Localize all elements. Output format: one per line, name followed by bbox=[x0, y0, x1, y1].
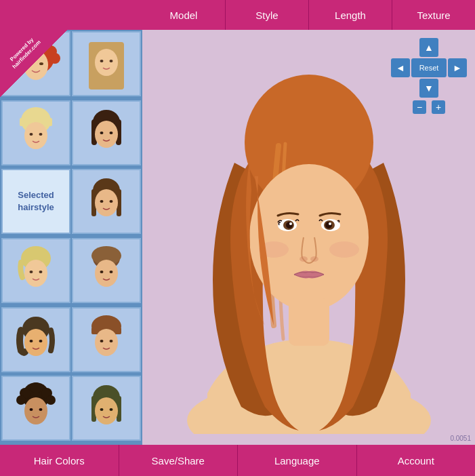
svg-point-55 bbox=[46, 395, 56, 405]
svg-point-24 bbox=[95, 121, 118, 148]
svg-point-36 bbox=[39, 271, 43, 273]
svg-point-26 bbox=[110, 132, 113, 134]
pan-left-button[interactable]: ◄ bbox=[391, 58, 410, 77]
svg-point-49 bbox=[100, 340, 104, 342]
svg-point-31 bbox=[100, 200, 104, 203]
bottom-nav: Hair Colors Save/Share Language Account bbox=[0, 445, 475, 476]
svg-point-76 bbox=[325, 222, 332, 229]
svg-point-59 bbox=[39, 408, 43, 411]
zoom-in-button[interactable]: + bbox=[432, 100, 445, 114]
svg-point-34 bbox=[24, 260, 47, 287]
hairstyle-3[interactable] bbox=[1, 100, 70, 165]
hairstyle-6[interactable] bbox=[72, 169, 141, 234]
svg-point-77 bbox=[329, 222, 331, 225]
svg-point-43 bbox=[24, 329, 47, 356]
tab-model[interactable]: Model bbox=[142, 0, 226, 30]
svg-point-35 bbox=[30, 271, 33, 273]
controls-overlay: ▲ ◄ Reset ► ▼ − + bbox=[391, 38, 467, 114]
svg-point-30 bbox=[95, 189, 118, 216]
svg-point-14 bbox=[100, 60, 104, 62]
svg-point-50 bbox=[110, 340, 113, 342]
pan-right-button[interactable]: ► bbox=[448, 58, 467, 77]
svg-point-25 bbox=[100, 132, 104, 134]
bottom-nav-hair-colors[interactable]: Hair Colors bbox=[0, 445, 119, 476]
hairstyle-2[interactable] bbox=[72, 31, 141, 96]
svg-point-48 bbox=[95, 329, 118, 356]
pan-down-button[interactable]: ▼ bbox=[419, 79, 438, 98]
svg-point-15 bbox=[110, 60, 113, 62]
bottom-nav-language[interactable]: Language bbox=[238, 445, 357, 476]
svg-point-13 bbox=[95, 49, 118, 76]
svg-point-78 bbox=[300, 256, 308, 262]
tab-length[interactable]: Length bbox=[309, 0, 392, 30]
hairstyle-8[interactable] bbox=[72, 238, 141, 303]
tab-texture[interactable]: Texture bbox=[392, 0, 475, 30]
svg-point-79 bbox=[310, 256, 318, 262]
svg-point-41 bbox=[110, 271, 113, 273]
hairstyle-12[interactable] bbox=[72, 376, 141, 441]
svg-point-19 bbox=[30, 133, 33, 136]
svg-point-63 bbox=[95, 397, 118, 424]
svg-point-20 bbox=[39, 133, 43, 136]
svg-point-32 bbox=[110, 200, 113, 203]
version-badge: 0.0051 bbox=[450, 435, 471, 442]
sidebar: Powered by hairfinder.com bbox=[0, 30, 142, 445]
tab-style[interactable]: Style bbox=[226, 0, 309, 30]
svg-point-65 bbox=[110, 408, 113, 411]
hairstyle-11[interactable] bbox=[1, 376, 70, 441]
svg-point-58 bbox=[30, 408, 33, 411]
svg-point-45 bbox=[39, 340, 43, 342]
svg-point-64 bbox=[100, 408, 104, 411]
powered-by-badge: Powered by hairfinder.com bbox=[0, 30, 68, 98]
hairstyle-selected-placeholder[interactable]: Selected hairstyle bbox=[1, 169, 70, 234]
svg-point-18 bbox=[24, 122, 47, 149]
selected-hairstyle-label: Selected hairstyle bbox=[3, 189, 69, 214]
hairstyle-10[interactable] bbox=[72, 307, 141, 372]
bottom-nav-save-share[interactable]: Save/Share bbox=[119, 445, 239, 476]
hairstyle-9[interactable] bbox=[1, 307, 70, 372]
svg-point-81 bbox=[329, 241, 359, 258]
svg-point-40 bbox=[100, 271, 104, 273]
bottom-nav-account[interactable]: Account bbox=[357, 445, 476, 476]
svg-point-44 bbox=[30, 340, 33, 342]
reset-button[interactable]: Reset bbox=[411, 58, 447, 77]
powered-by-text: Powered by hairfinder.com bbox=[7, 35, 43, 71]
svg-point-57 bbox=[24, 397, 47, 424]
hairstyle-4[interactable] bbox=[72, 100, 141, 165]
main-canvas: ▲ ◄ Reset ► ▼ − + bbox=[142, 30, 475, 445]
svg-rect-69 bbox=[289, 298, 329, 346]
svg-point-73 bbox=[289, 222, 292, 225]
hairstyle-7[interactable] bbox=[1, 238, 70, 303]
zoom-out-button[interactable]: − bbox=[413, 100, 426, 114]
svg-point-56 bbox=[30, 382, 41, 393]
svg-point-54 bbox=[16, 395, 26, 405]
svg-point-72 bbox=[286, 222, 293, 229]
pan-up-button[interactable]: ▲ bbox=[419, 38, 438, 57]
svg-point-39 bbox=[95, 260, 118, 287]
